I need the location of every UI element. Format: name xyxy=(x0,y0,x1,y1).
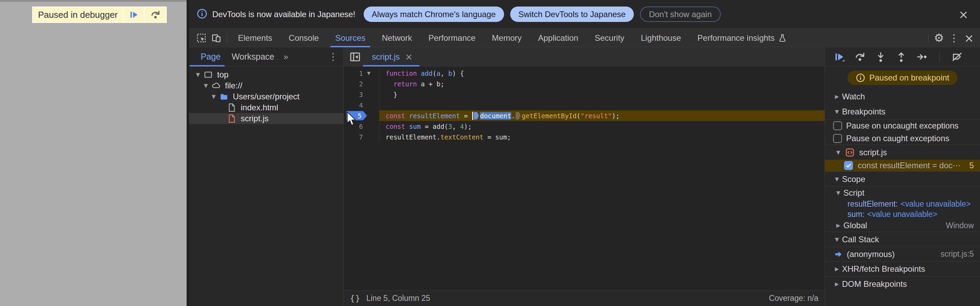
editor-tab-close-icon[interactable]: × xyxy=(405,52,413,62)
expand-arrow-icon[interactable]: ▼ xyxy=(194,72,202,78)
breakpoint-checkbox-icon[interactable] xyxy=(844,161,853,170)
gutter-line-2[interactable]: 2 xyxy=(344,78,379,89)
step-over-icon xyxy=(150,9,161,20)
checkbox-pause-on-uncaught-exceptions[interactable]: Pause on uncaught exceptions xyxy=(825,119,980,132)
tab-sources[interactable]: Sources xyxy=(327,29,374,47)
code-line-7[interactable]: 7resultElement.textContent = sum; xyxy=(344,132,824,142)
tab-application[interactable]: Application xyxy=(530,29,586,47)
step-out-icon[interactable] xyxy=(896,51,907,63)
section-watch[interactable]: ▶Watch xyxy=(825,89,980,104)
tab-network[interactable]: Network xyxy=(374,29,420,47)
section-call-stack[interactable]: ▼Call Stack xyxy=(825,232,980,247)
devtools-close-icon[interactable]: × xyxy=(961,30,977,46)
line-number[interactable]: 3 xyxy=(344,91,363,98)
switch-to-japanese-button[interactable]: Switch DevTools to Japanese xyxy=(510,6,634,22)
tree-item-file-[interactable]: ▼file:// xyxy=(189,80,344,91)
tree-item-script-js[interactable]: script.js xyxy=(189,113,344,124)
settings-gear-icon[interactable]: ⚙ xyxy=(931,30,947,46)
overlay-resume-button[interactable] xyxy=(123,7,144,22)
section-script[interactable]: ▼Script xyxy=(825,186,980,199)
pretty-print-icon[interactable]: {} xyxy=(350,294,361,303)
section-breakpoints[interactable]: ▼Breakpoints xyxy=(825,104,980,119)
more-options-icon[interactable]: ⋮ xyxy=(947,30,961,46)
tab-performance[interactable]: Performance xyxy=(420,29,484,47)
section-xhr-fetch-breakpoints[interactable]: ▶XHR/fetch Breakpoints xyxy=(825,261,980,276)
inline-breakpoint-marker-active[interactable] xyxy=(474,112,479,120)
token-prop: textContent xyxy=(440,133,484,141)
more-tabs-chevron-icon[interactable]: » xyxy=(283,52,289,62)
code-line-1[interactable]: 1▼function add(a, b) { xyxy=(344,68,824,78)
tab-elements[interactable]: Elements xyxy=(230,29,280,47)
hide-navigator-icon[interactable] xyxy=(347,49,363,65)
tab-memory[interactable]: Memory xyxy=(484,29,530,47)
code-line-5[interactable]: 5const resultElement = document.getEleme… xyxy=(344,110,824,121)
tree-item-label: file:// xyxy=(225,81,242,91)
paused-on-breakpoint-badge: Paused on breakpoint xyxy=(848,70,958,85)
dont-show-again-button[interactable]: Don't show again xyxy=(640,6,721,22)
scope-variable-resultelement-[interactable]: resultElement:<value unavailable> xyxy=(825,199,980,209)
tab-security[interactable]: Security xyxy=(587,29,633,47)
tree-item-label: index.html xyxy=(241,103,278,112)
section-scope[interactable]: ▼Scope xyxy=(825,171,980,186)
code-line-2[interactable]: 2 return a + b; xyxy=(344,78,824,89)
deactivate-breakpoints-icon[interactable] xyxy=(951,51,963,63)
code-line-6[interactable]: 6const sum = add(3, 4); xyxy=(344,121,824,132)
step-icon[interactable] xyxy=(916,51,928,63)
editor-tab-scriptjs[interactable]: script.js × xyxy=(363,47,420,67)
tree-item-top[interactable]: ▼top xyxy=(189,69,344,80)
overlay-step-over-button[interactable] xyxy=(144,7,166,22)
navigator-menu-icon[interactable]: ⋮ xyxy=(328,51,338,62)
infobar-close-icon[interactable]: × xyxy=(956,7,971,22)
code-line-3[interactable]: 3 } xyxy=(344,89,824,100)
code-editor[interactable]: 1▼function add(a, b) {2 return a + b;3 }… xyxy=(344,67,824,290)
debugger-controls xyxy=(825,47,980,67)
device-toolbar-icon[interactable] xyxy=(209,30,224,46)
tab-lighthouse[interactable]: Lighthouse xyxy=(632,29,689,47)
line-number[interactable]: 1 xyxy=(344,70,363,77)
tab-page[interactable]: Page xyxy=(195,47,226,67)
gutter-line-4[interactable]: 4 xyxy=(344,100,379,110)
section-label: Watch xyxy=(842,92,865,101)
gutter-line-1[interactable]: 1▼ xyxy=(344,68,379,78)
breakpoint-entry[interactable]: const resultElement = doc⋯5 xyxy=(825,160,980,171)
checkbox-label: Pause on caught exceptions xyxy=(846,134,950,143)
expand-arrow-icon[interactable]: ▼ xyxy=(202,83,210,89)
checkbox-icon[interactable] xyxy=(833,134,842,143)
scope-global[interactable]: ▶GlobalWindow xyxy=(825,219,980,232)
experiment-flask-icon xyxy=(778,33,787,43)
tab-performance-insights[interactable]: Performance insights xyxy=(689,29,795,47)
scope-variable-sum-[interactable]: sum:<value unavailable> xyxy=(825,209,980,219)
step-over-icon[interactable] xyxy=(854,51,866,63)
call-frame--anonymous-[interactable]: (anonymous)script.js:5 xyxy=(825,247,980,261)
checkbox-icon[interactable] xyxy=(833,121,842,130)
checkbox-pause-on-caught-exceptions[interactable]: Pause on caught exceptions xyxy=(825,132,980,145)
editor-pane: script.js × 1▼function add(a, b) {2 retu… xyxy=(344,47,824,306)
breakpoint-group-script-js[interactable]: ▼script.js xyxy=(825,145,980,160)
gutter-line-7[interactable]: 7 xyxy=(344,132,379,142)
variable-name: resultElement: xyxy=(848,199,898,209)
tree-item-index-html[interactable]: index.html xyxy=(189,102,344,113)
scope-arrow-icon: ▶ xyxy=(834,222,843,229)
tab-workspace[interactable]: Workspace xyxy=(226,47,280,67)
expand-arrow-icon[interactable]: ▼ xyxy=(210,94,218,100)
section-dom-breakpoints[interactable]: ▶DOM Breakpoints xyxy=(825,276,980,291)
tree-item-users-user-project[interactable]: ▼Users/user/project xyxy=(189,91,344,102)
always-match-language-button[interactable]: Always match Chrome's language xyxy=(364,6,504,22)
resume-script-icon[interactable] xyxy=(834,51,845,63)
inline-breakpoint-marker[interactable] xyxy=(516,112,521,120)
fold-arrow-icon[interactable]: ▼ xyxy=(363,70,375,76)
gutter-line-3[interactable]: 3 xyxy=(344,89,379,100)
paused-message: Paused in debugger xyxy=(33,7,123,22)
line-number[interactable]: 2 xyxy=(344,80,363,88)
inspect-element-icon[interactable] xyxy=(194,30,209,46)
token-pl: } xyxy=(385,91,397,98)
debugger-sidebar: Paused on breakpoint ▶Watch▼BreakpointsP… xyxy=(824,47,980,306)
code-line-4[interactable]: 4 xyxy=(344,100,824,110)
tab-console[interactable]: Console xyxy=(280,29,327,47)
section-label: Call Stack xyxy=(842,235,879,244)
step-into-icon[interactable] xyxy=(875,51,886,63)
scope-object-type: Window xyxy=(946,221,980,230)
line-number[interactable]: 7 xyxy=(344,133,363,141)
paused-in-debugger-overlay: Paused in debugger xyxy=(32,6,167,23)
line-number[interactable]: 4 xyxy=(344,101,363,109)
